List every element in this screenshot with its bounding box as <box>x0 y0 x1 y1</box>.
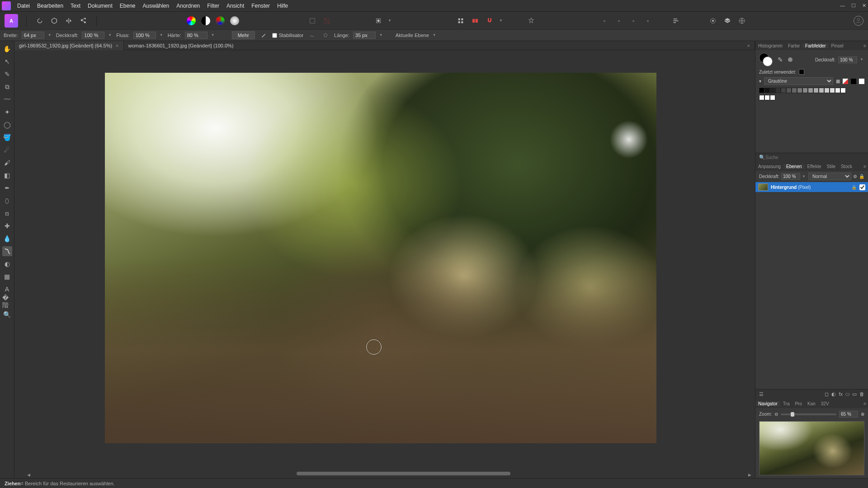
menu-ansicht[interactable]: Ansicht <box>226 3 244 9</box>
swatch[interactable] <box>759 95 764 100</box>
zoom-out-icon[interactable]: ⊖ <box>774 412 778 417</box>
rope-mode-icon[interactable] <box>307 30 317 40</box>
menu-text[interactable]: Text <box>71 3 80 9</box>
layer-opacity-input[interactable] <box>781 173 800 180</box>
hardness-dropdown[interactable]: ▼ <box>211 33 216 38</box>
eraser-tool[interactable]: ◧ <box>2 170 12 180</box>
tab-effects[interactable]: Effekte <box>805 164 824 169</box>
tab-navigator[interactable]: Navigator <box>755 401 780 406</box>
color-picker-tool[interactable]: ✎ <box>2 69 12 79</box>
minimize-icon[interactable]: — <box>840 3 845 9</box>
quick-mask-icon[interactable] <box>373 16 383 26</box>
tab-layers[interactable]: Ebenen <box>783 164 804 169</box>
arrange-icon[interactable] <box>671 16 681 26</box>
swatch[interactable] <box>830 88 835 93</box>
doc-tab-1-close[interactable]: × <box>116 43 118 48</box>
healing-tool[interactable]: ✚ <box>2 221 12 231</box>
mirror-icon[interactable] <box>64 16 74 26</box>
tab-styles[interactable]: Stile <box>824 164 838 169</box>
zoom-slider[interactable] <box>781 413 836 415</box>
swatch[interactable] <box>835 88 840 93</box>
split-icon[interactable] <box>470 16 480 26</box>
swatch[interactable] <box>824 88 830 93</box>
fx-icon[interactable]: fx <box>839 391 843 397</box>
stabiliser-check[interactable]: Stabilisator <box>272 33 303 38</box>
brush-tool[interactable]: 🖌 <box>2 158 12 168</box>
v-scrollbar[interactable] <box>749 64 753 469</box>
length-input[interactable] <box>353 32 376 39</box>
recent-swatch[interactable] <box>799 69 804 75</box>
shape-tool[interactable]: ▦ <box>2 272 12 282</box>
tab-swatches[interactable]: Farbfelder <box>802 43 829 48</box>
marquee-dashed-icon[interactable] <box>307 16 317 26</box>
target-dropdown[interactable]: ▼ <box>433 33 437 38</box>
stock-icon[interactable] <box>708 16 718 26</box>
zoom-input[interactable] <box>839 411 858 418</box>
doc-tab-2-close[interactable]: × <box>747 43 750 48</box>
layer-lock-icon[interactable]: 🔒 <box>859 174 864 179</box>
sync-icon[interactable] <box>35 16 45 26</box>
navigator-preview[interactable] <box>759 421 864 475</box>
tab-transform[interactable]: Tra <box>780 401 793 406</box>
menu-datei[interactable]: Datei <box>17 3 30 9</box>
swatch[interactable] <box>802 88 808 93</box>
swatch[interactable] <box>759 88 764 93</box>
swatch[interactable] <box>813 88 819 93</box>
tab-adjustment[interactable]: Anpassung <box>755 164 783 169</box>
layer-visible-check[interactable] <box>859 184 865 190</box>
canvas-viewport[interactable]: ◀ ▶ <box>14 50 755 478</box>
pressure-icon[interactable] <box>259 30 269 40</box>
scroll-right-icon[interactable]: ▶ <box>748 473 751 477</box>
h-scrollbar[interactable] <box>33 472 746 476</box>
white-swatch-icon[interactable] <box>859 79 864 84</box>
snap-dropdown[interactable]: ▼ <box>499 19 504 23</box>
mesh-tool[interactable]: �階 <box>2 297 12 307</box>
smudge-tool[interactable]: ☄ <box>2 145 12 155</box>
layer-gear-icon[interactable]: ⚙ <box>853 174 857 179</box>
swatch[interactable] <box>764 95 770 100</box>
doc-tab-1[interactable]: girl-1869532_1920.jpg [Geändert] (64.5%)… <box>14 41 124 50</box>
blend-mode-select[interactable]: Normal <box>808 173 851 180</box>
soft-proof-icon[interactable] <box>230 16 240 26</box>
layer-item-background[interactable]: Hintergrund (Pixel) 🔒 <box>755 182 868 192</box>
maximize-icon[interactable]: ☐ <box>851 3 856 9</box>
quick-mask-dropdown[interactable]: ▼ <box>388 19 392 23</box>
swatch[interactable] <box>781 88 786 93</box>
flow-dropdown[interactable]: ▼ <box>160 33 164 38</box>
menu-ebene[interactable]: Ebene <box>120 3 136 9</box>
layers-panel-menu[interactable]: ≡ <box>862 164 868 169</box>
tab-histogram[interactable]: Histogramm <box>755 43 785 48</box>
adjustment-layer-icon[interactable]: ◐ <box>831 391 836 397</box>
dodge-tool[interactable]: 💧 <box>2 234 12 244</box>
layer-opacity-dropdown[interactable]: ▼ <box>802 174 807 179</box>
menu-auswaehlen[interactable]: Auswählen <box>142 3 169 9</box>
menu-anordnen[interactable]: Anordnen <box>176 3 200 9</box>
doc-tab-2[interactable]: woman-1836601_1920.jpg [Geändert] (100.0… <box>124 41 755 50</box>
swatch[interactable] <box>808 88 813 93</box>
navigator-panel-menu[interactable]: ≡ <box>862 401 868 406</box>
black-swatch-icon[interactable] <box>851 79 856 84</box>
pen-tool[interactable]: ✒ <box>2 183 12 193</box>
clone-tool[interactable]: ⧈ <box>2 208 12 218</box>
tab-stock[interactable]: Stock <box>838 164 855 169</box>
crop-tool[interactable]: ⧉ <box>2 82 12 92</box>
add-layer-icon[interactable]: ▭ <box>852 391 857 397</box>
window-mode-icon[interactable] <box>321 30 330 40</box>
swatch[interactable] <box>819 88 824 93</box>
swatch[interactable] <box>775 88 781 93</box>
menu-hilfe[interactable]: Hilfe <box>277 3 288 9</box>
zoom-in-icon[interactable]: ⊕ <box>861 412 864 417</box>
tab-color[interactable]: Farbe <box>785 43 802 48</box>
delete-layer-icon[interactable]: 🗑 <box>859 391 864 397</box>
text-cursor-icon[interactable] <box>336 16 346 26</box>
color-wheel-icon[interactable] <box>186 16 196 26</box>
swatch-grid-icon[interactable]: ▦ <box>836 79 840 84</box>
flow-input[interactable] <box>133 32 156 39</box>
more-button[interactable]: Mehr <box>232 31 255 39</box>
swatch[interactable] <box>770 88 775 93</box>
color-selector[interactable] <box>759 53 773 66</box>
tab-brushes[interactable]: Pinsel <box>829 43 846 48</box>
menu-fenster[interactable]: Fenster <box>251 3 270 9</box>
palette-select[interactable]: Grautöne <box>764 77 833 85</box>
live-filter-icon[interactable]: ⬭ <box>845 391 849 397</box>
